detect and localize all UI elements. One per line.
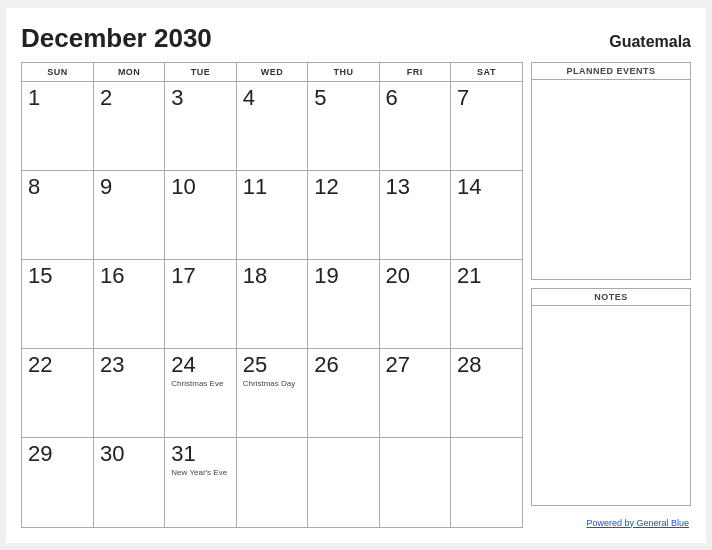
calendar-cell: 23 (93, 348, 164, 437)
calendar-cell (308, 437, 379, 526)
calendar-week-2: 891011121314 (22, 170, 522, 259)
day-number: 19 (314, 264, 372, 288)
day-number: 6 (386, 86, 444, 110)
calendar-cell: 2 (93, 81, 164, 170)
calendar-cell: 1 (22, 81, 93, 170)
day-number: 27 (386, 353, 444, 377)
col-sat: SAT (451, 63, 522, 82)
calendar-cell (236, 437, 307, 526)
day-number: 30 (100, 442, 158, 466)
day-number: 20 (386, 264, 444, 288)
col-mon: MON (93, 63, 164, 82)
day-number: 4 (243, 86, 301, 110)
day-number: 14 (457, 175, 516, 199)
day-number: 13 (386, 175, 444, 199)
col-wed: WED (236, 63, 307, 82)
col-thu: THU (308, 63, 379, 82)
calendar-cell: 19 (308, 259, 379, 348)
planned-events-content (532, 80, 690, 279)
day-event: Christmas Day (243, 379, 301, 389)
calendar-cell: 5 (308, 81, 379, 170)
day-number: 17 (171, 264, 229, 288)
day-number: 29 (28, 442, 87, 466)
day-number: 7 (457, 86, 516, 110)
calendar-cell: 31New Year's Eve (165, 437, 236, 526)
day-number: 15 (28, 264, 87, 288)
day-number: 5 (314, 86, 372, 110)
calendar-cell: 6 (379, 81, 450, 170)
calendar-cell: 14 (451, 170, 522, 259)
calendar-section: SUN MON TUE WED THU FRI SAT 123456789101… (21, 62, 523, 528)
calendar-cell (451, 437, 522, 526)
month-title: December 2030 (21, 23, 212, 54)
calendar-cell: 27 (379, 348, 450, 437)
day-number: 16 (100, 264, 158, 288)
col-sun: SUN (22, 63, 93, 82)
calendar-week-5: 293031New Year's Eve (22, 437, 522, 526)
calendar-cell: 18 (236, 259, 307, 348)
day-number: 23 (100, 353, 158, 377)
col-tue: TUE (165, 63, 236, 82)
planned-events-header: PLANNED EVENTS (532, 63, 690, 80)
notes-content (532, 306, 690, 505)
day-number: 28 (457, 353, 516, 377)
calendar-page: December 2030 Guatemala SUN MON TUE WED … (6, 8, 706, 543)
calendar-cell: 28 (451, 348, 522, 437)
planned-events-box: PLANNED EVENTS (531, 62, 691, 280)
calendar-cell: 21 (451, 259, 522, 348)
main-area: SUN MON TUE WED THU FRI SAT 123456789101… (21, 62, 691, 528)
calendar-cell: 4 (236, 81, 307, 170)
day-number: 11 (243, 175, 301, 199)
weekday-header-row: SUN MON TUE WED THU FRI SAT (22, 63, 522, 82)
notes-header: NOTES (532, 289, 690, 306)
powered-by-link[interactable]: Powered by General Blue (586, 518, 689, 528)
calendar-cell: 24Christmas Eve (165, 348, 236, 437)
day-number: 9 (100, 175, 158, 199)
calendar-cell: 25Christmas Day (236, 348, 307, 437)
calendar-week-3: 15161718192021 (22, 259, 522, 348)
calendar-cell: 7 (451, 81, 522, 170)
calendar-cell (379, 437, 450, 526)
footer: Powered by General Blue (531, 518, 691, 528)
day-number: 18 (243, 264, 301, 288)
col-fri: FRI (379, 63, 450, 82)
header: December 2030 Guatemala (21, 23, 691, 54)
calendar-cell: 3 (165, 81, 236, 170)
calendar-cell: 26 (308, 348, 379, 437)
calendar-cell: 12 (308, 170, 379, 259)
calendar-cell: 9 (93, 170, 164, 259)
calendar-cell: 20 (379, 259, 450, 348)
calendar-week-4: 222324Christmas Eve25Christmas Day262728 (22, 348, 522, 437)
calendar-cell: 16 (93, 259, 164, 348)
calendar-week-1: 1234567 (22, 81, 522, 170)
day-event: Christmas Eve (171, 379, 229, 389)
sidebar: PLANNED EVENTS NOTES Powered by General … (531, 62, 691, 528)
calendar-cell: 11 (236, 170, 307, 259)
day-event: New Year's Eve (171, 468, 229, 478)
notes-box: NOTES (531, 288, 691, 506)
day-number: 2 (100, 86, 158, 110)
day-number: 1 (28, 86, 87, 110)
day-number: 8 (28, 175, 87, 199)
calendar-grid: SUN MON TUE WED THU FRI SAT 123456789101… (22, 63, 522, 527)
day-number: 25 (243, 353, 301, 377)
day-number: 31 (171, 442, 229, 466)
calendar-cell: 15 (22, 259, 93, 348)
day-number: 10 (171, 175, 229, 199)
calendar-cell: 8 (22, 170, 93, 259)
country-label: Guatemala (609, 33, 691, 51)
day-number: 26 (314, 353, 372, 377)
calendar-cell: 17 (165, 259, 236, 348)
day-number: 21 (457, 264, 516, 288)
day-number: 24 (171, 353, 229, 377)
calendar-cell: 13 (379, 170, 450, 259)
day-number: 3 (171, 86, 229, 110)
calendar-cell: 29 (22, 437, 93, 526)
day-number: 12 (314, 175, 372, 199)
calendar-cell: 30 (93, 437, 164, 526)
calendar-cell: 22 (22, 348, 93, 437)
day-number: 22 (28, 353, 87, 377)
calendar-cell: 10 (165, 170, 236, 259)
